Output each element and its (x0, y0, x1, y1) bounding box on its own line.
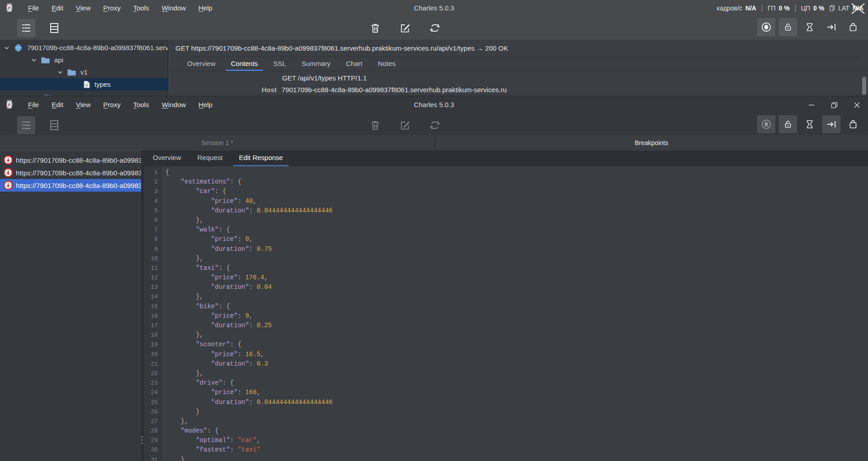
breakpoint-row[interactable]: https://7901709b-cc88-4c8a-89b0-a09983 (0, 154, 141, 166)
editor-line[interactable]: 28 "modes": { (144, 426, 868, 436)
repeat-icon (429, 119, 441, 131)
editor-line[interactable]: 7 "walk": { (144, 225, 868, 235)
editor-line[interactable]: 14 }, (144, 292, 868, 301)
record-button[interactable] (757, 18, 775, 36)
sequence-view-button[interactable] (45, 19, 63, 37)
editor-line[interactable]: 18 }, (144, 330, 868, 340)
bg-scrollbar[interactable] (862, 71, 867, 96)
tree-node-label: v1 (80, 68, 88, 76)
editor-line[interactable]: 4 "price": 40, (144, 197, 868, 206)
line-content: "duration": 0.04 (161, 282, 272, 292)
compose-bag-button[interactable] (844, 18, 862, 36)
tree-node-partial[interactable] (0, 90, 169, 96)
pages-icon (830, 5, 835, 11)
editor-line[interactable]: 13 "duration": 0.04 (144, 282, 868, 292)
clear-session-button[interactable] (366, 116, 384, 134)
hud-stat-label: LAT (838, 5, 849, 12)
breakpoint-row[interactable]: https://7901709b-cc88-4c8a-89b0-a09983 (0, 166, 141, 179)
breakpoints-button[interactable] (822, 18, 840, 36)
editor-line[interactable]: 11 "taxi": { (144, 263, 868, 273)
lock-icon (783, 21, 793, 33)
line-content: "walk": { (161, 225, 230, 235)
throttle-button[interactable] (801, 18, 819, 36)
line-number: 12 (144, 273, 161, 282)
bg-detail-tab-notes[interactable]: Notes (373, 57, 401, 71)
throttle-button[interactable] (801, 115, 819, 133)
editor-line[interactable]: 22 }, (144, 369, 868, 378)
editor-line[interactable]: 10 }, (144, 254, 868, 263)
chevron-down-icon[interactable] (4, 45, 10, 51)
compose-bag-button[interactable] (844, 115, 862, 133)
editor-line[interactable]: 31 } (144, 455, 868, 461)
compose-icon (399, 119, 411, 131)
arrow-to-bar-icon (826, 21, 837, 33)
edit-response-editor[interactable]: 1{2 "estimations": {3 "car": {4 "price":… (144, 166, 868, 461)
bg-detail-tab-ssl[interactable]: SSL (269, 57, 291, 71)
editor-line[interactable]: 30 "fastest": "taxi" (144, 445, 868, 455)
bg-detail-tab-overview[interactable]: Overview (182, 57, 221, 71)
editor-line[interactable]: 12 "price": 176.4, (144, 273, 868, 282)
editor-line[interactable]: 29 "optimal": "car", (144, 436, 868, 445)
tree-node-types-selected[interactable]: types (0, 78, 169, 90)
ssl-lock-button[interactable] (779, 18, 797, 36)
editor-line[interactable]: 8 "price": 0, (144, 235, 868, 244)
editor-line[interactable]: 15 "bike": { (144, 302, 868, 311)
bg-detail-tab-contents[interactable]: Contents (226, 57, 263, 71)
line-content: } (161, 407, 200, 417)
line-number: 28 (144, 426, 161, 436)
tree-node-api[interactable]: api (0, 54, 169, 66)
breakpoint-row[interactable]: https://7901709b-cc88-4c8a-89b0-a09983 (0, 179, 141, 192)
tree-node-v1[interactable]: v1 (0, 66, 169, 78)
editor-line[interactable]: 2 "estimations": { (144, 177, 868, 187)
editor-line[interactable]: 1{ (144, 168, 868, 177)
bg-detail-tab-summary[interactable]: Summary (297, 57, 335, 71)
repeat-button[interactable] (426, 19, 444, 37)
chevron-down-icon[interactable] (31, 57, 37, 63)
chevron-down-icon[interactable] (57, 69, 63, 75)
sequence-view-button[interactable] (45, 116, 63, 134)
editor-line[interactable]: 16 "price": 9, (144, 311, 868, 321)
detail-tab-request[interactable]: Request (192, 151, 228, 166)
repeat-icon (429, 22, 441, 34)
line-number: 22 (144, 369, 161, 378)
repeat-button[interactable] (426, 116, 444, 134)
bg-scrollbar-thumb[interactable] (862, 77, 866, 95)
structure-view-button[interactable] (17, 19, 35, 37)
editor-line[interactable]: 9 "duration": 0.75 (144, 245, 868, 254)
edit-compose-button[interactable] (396, 116, 414, 134)
breakpoints-button[interactable] (822, 115, 840, 133)
editor-line[interactable]: 5 "duration": 0.044444444444444446 (144, 206, 868, 216)
minimize-button[interactable] (800, 96, 823, 113)
clear-session-button[interactable] (366, 19, 384, 37)
ssl-lock-button[interactable] (779, 115, 797, 133)
fg-titlebar[interactable]: FileEditViewProxyToolsWindowHelp Charles… (0, 96, 868, 113)
session-tab-breakpoints[interactable]: Breakpoints (435, 135, 868, 151)
performance-hud: кадров/сN/AГП0 %ЦП0 %LATN/A (717, 0, 863, 16)
session-tab-session-1-[interactable]: Session 1 * (0, 135, 434, 151)
editor-line[interactable]: 26 } (144, 407, 868, 417)
editor-line[interactable]: 23 "drive": { (144, 378, 868, 388)
restore-button[interactable] (823, 96, 845, 113)
editor-line[interactable]: 27 }, (144, 417, 868, 426)
breakpoint-stop-icon (4, 155, 13, 165)
editor-line[interactable]: 3 "car": { (144, 187, 868, 196)
line-number: 30 (144, 445, 161, 455)
bg-detail-tab-chart[interactable]: Chart (341, 57, 368, 71)
editor-line[interactable]: 19 "scooter": { (144, 340, 868, 349)
structure-view-button[interactable] (17, 116, 35, 134)
editor-line[interactable]: 6 }, (144, 216, 868, 225)
editor-line[interactable]: 24 "price": 166, (144, 388, 868, 397)
editor-line[interactable]: 17 "duration": 0.25 (144, 321, 868, 330)
line-content: }, (161, 216, 203, 225)
edit-compose-button[interactable] (396, 19, 414, 37)
detail-tab-overview[interactable]: Overview (147, 151, 187, 166)
line-number: 17 (144, 321, 161, 330)
editor-line[interactable]: 21 "duration": 0.3 (144, 359, 868, 369)
close-button[interactable] (845, 96, 868, 113)
structure-icon (20, 22, 32, 34)
record-button[interactable] (757, 115, 775, 133)
editor-line[interactable]: 25 "duration": 0.044444444444444446 (144, 398, 868, 407)
editor-line[interactable]: 20 "price": 16.5, (144, 350, 868, 359)
detail-tab-edit-response[interactable]: Edit Response (233, 151, 288, 166)
tree-node-host[interactable]: 7901709b-cc88-4c8a-89b0-a099837f8061.ser… (0, 42, 169, 54)
